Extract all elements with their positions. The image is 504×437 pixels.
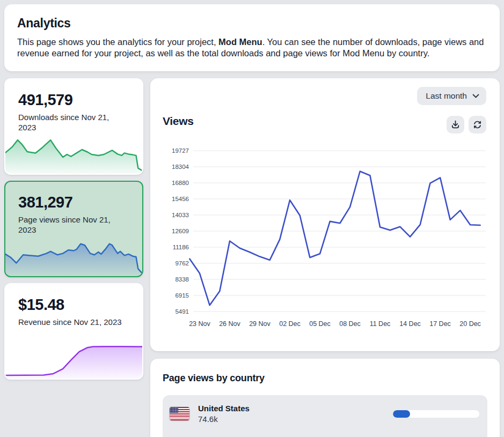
svg-text:14033: 14033 — [172, 212, 189, 218]
project-name: Mod Menu — [218, 37, 262, 47]
country-panel-title: Page views by country — [163, 373, 487, 384]
downloads-stat-card[interactable]: 491,579 Downloads since Nov 21, 2023 — [4, 78, 143, 175]
date-range-selector[interactable]: Last month — [417, 87, 486, 105]
analytics-page: Analytics This page shows you the analyt… — [0, 0, 504, 437]
revenue-stat-card[interactable]: $15.48 Revenue since Nov 21, 2023 — [4, 283, 143, 380]
country-name: United States — [198, 404, 250, 413]
revenue-sparkline — [5, 340, 142, 379]
page-title: Analytics — [17, 16, 487, 31]
svg-text:29 Nov: 29 Nov — [249, 320, 271, 328]
stat-cards-column: 491,579 Downloads since Nov 21, 2023 381… — [4, 78, 143, 380]
svg-text:20 Dec: 20 Dec — [459, 320, 481, 328]
page-header-card: Analytics This page shows you the analyt… — [4, 4, 500, 71]
svg-text:18304: 18304 — [172, 164, 189, 170]
refresh-icon — [473, 120, 482, 129]
pageviews-sparkline — [5, 238, 142, 276]
svg-text:17 Dec: 17 Dec — [429, 320, 451, 328]
svg-text:5491: 5491 — [175, 308, 189, 315]
svg-text:11 Dec: 11 Dec — [370, 320, 391, 328]
downloads-sparkline — [5, 135, 142, 174]
views-chart-card: Last month Views 19727183041688 — [150, 78, 500, 351]
date-range-label: Last month — [426, 91, 467, 101]
svg-text:6915: 6915 — [175, 292, 189, 299]
refresh-chart-button[interactable] — [469, 116, 486, 134]
svg-text:15456: 15456 — [172, 196, 189, 202]
svg-text:23 Nov: 23 Nov — [189, 320, 210, 328]
svg-text:08 Dec: 08 Dec — [339, 320, 361, 328]
svg-text:19727: 19727 — [172, 147, 189, 154]
country-list: United States 74.6k India — [163, 395, 487, 437]
downloads-label: Downloads since Nov 21, 2023 — [18, 113, 126, 133]
svg-text:05 Dec: 05 Dec — [309, 320, 331, 328]
country-progress-bar — [393, 410, 479, 418]
pageviews-label: Page views since Nov 21, 2023 — [18, 215, 126, 235]
revenue-value: $15.48 — [18, 296, 142, 314]
pageviews-stat-card[interactable]: 381,297 Page views since Nov 21, 2023 — [4, 181, 143, 277]
svg-text:26 Nov: 26 Nov — [219, 320, 240, 328]
country-views-card: Page views by country United States 74.6… — [150, 359, 500, 437]
svg-text:14 Dec: 14 Dec — [399, 320, 421, 328]
country-bar-fill — [393, 410, 410, 418]
chevron-down-icon — [472, 94, 479, 98]
download-chart-button[interactable] — [447, 116, 464, 134]
country-row-india: India — [170, 429, 479, 437]
views-title: Views — [163, 115, 194, 128]
pageviews-value: 381,297 — [18, 194, 142, 211]
country-row-united-states: United States 74.6k — [170, 398, 479, 429]
svg-text:16880: 16880 — [172, 180, 189, 186]
svg-text:9762: 9762 — [175, 260, 189, 266]
svg-text:8338: 8338 — [175, 276, 189, 283]
country-views-value: 74.6k — [198, 414, 250, 424]
svg-text:11186: 11186 — [173, 244, 189, 250]
download-icon — [451, 120, 460, 129]
svg-text:02 Dec: 02 Dec — [279, 320, 301, 328]
downloads-value: 491,579 — [18, 91, 142, 109]
views-chart: 1972718304168801545614033126091118697628… — [161, 144, 490, 343]
page-description: This page shows you the analytics for yo… — [17, 36, 487, 60]
revenue-label: Revenue since Nov 21, 2023 — [18, 317, 126, 328]
us-flag-icon — [170, 407, 189, 420]
svg-text:12609: 12609 — [172, 228, 189, 234]
